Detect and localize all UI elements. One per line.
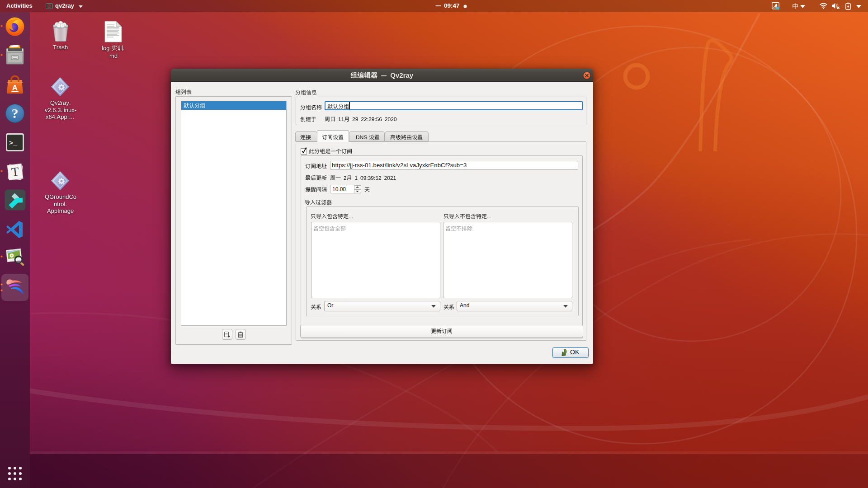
svg-text:>_: >_ (9, 140, 18, 147)
svg-text:?: ? (12, 106, 19, 121)
svg-text:A: A (12, 84, 18, 92)
